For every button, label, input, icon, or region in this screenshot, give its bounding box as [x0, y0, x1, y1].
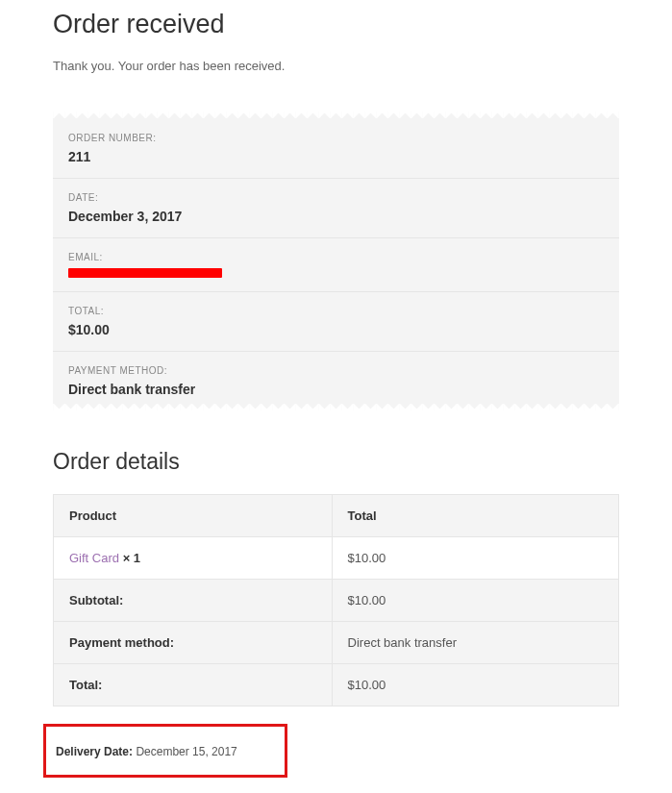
subtotal-value: $10.00 [332, 580, 618, 622]
delivery-date-label: Delivery Date: [56, 745, 133, 758]
overview-payment-method: PAYMENT METHOD: Direct bank transfer [53, 352, 619, 410]
table-header-row: Product Total [54, 495, 619, 537]
product-cell: Gift Card × 1 [54, 537, 333, 580]
payment-method-row: Payment method: Direct bank transfer [54, 622, 619, 664]
order-details-title: Order details [53, 449, 619, 475]
product-total-cell: $10.00 [332, 537, 618, 580]
order-number-label: ORDER NUMBER: [68, 133, 604, 143]
order-number-value: 211 [68, 149, 604, 164]
order-details-table: Product Total Gift Card × 1 $10.00 Subto… [53, 494, 619, 706]
total-row-label: Total: [54, 664, 333, 706]
subtotal-label: Subtotal: [54, 580, 333, 622]
page-title: Order received [53, 10, 619, 39]
product-link[interactable]: Gift Card [69, 551, 119, 565]
order-overview-box: ORDER NUMBER: 211 DATE: December 3, 2017… [53, 112, 619, 410]
column-total: Total [332, 495, 618, 537]
date-value: December 3, 2017 [68, 209, 604, 224]
table-row: Gift Card × 1 $10.00 [54, 537, 619, 580]
email-redacted [68, 268, 222, 278]
product-qty: × 1 [123, 551, 140, 565]
subtotal-row: Subtotal: $10.00 [54, 580, 619, 622]
payment-method-label: PAYMENT METHOD: [68, 365, 604, 376]
total-row: Total: $10.00 [54, 664, 619, 706]
delivery-date-value: December 15, 2017 [133, 745, 237, 758]
overview-total: TOTAL: $10.00 [53, 292, 619, 352]
payment-method-value: Direct bank transfer [68, 382, 604, 397]
total-label: TOTAL: [68, 306, 604, 316]
email-label: EMAIL: [68, 252, 604, 262]
payment-method-row-value: Direct bank transfer [332, 622, 618, 664]
thank-you-message: Thank you. Your order has been received. [53, 59, 619, 73]
total-value: $10.00 [68, 322, 604, 337]
total-row-value: $10.00 [332, 664, 618, 706]
delivery-date-box: Delivery Date: December 15, 2017 [43, 724, 287, 778]
column-product: Product [54, 495, 333, 537]
date-label: DATE: [68, 192, 604, 203]
overview-date: DATE: December 3, 2017 [53, 179, 619, 238]
overview-email: EMAIL: [53, 238, 619, 292]
payment-method-row-label: Payment method: [54, 622, 333, 664]
overview-order-number: ORDER NUMBER: 211 [53, 112, 619, 179]
